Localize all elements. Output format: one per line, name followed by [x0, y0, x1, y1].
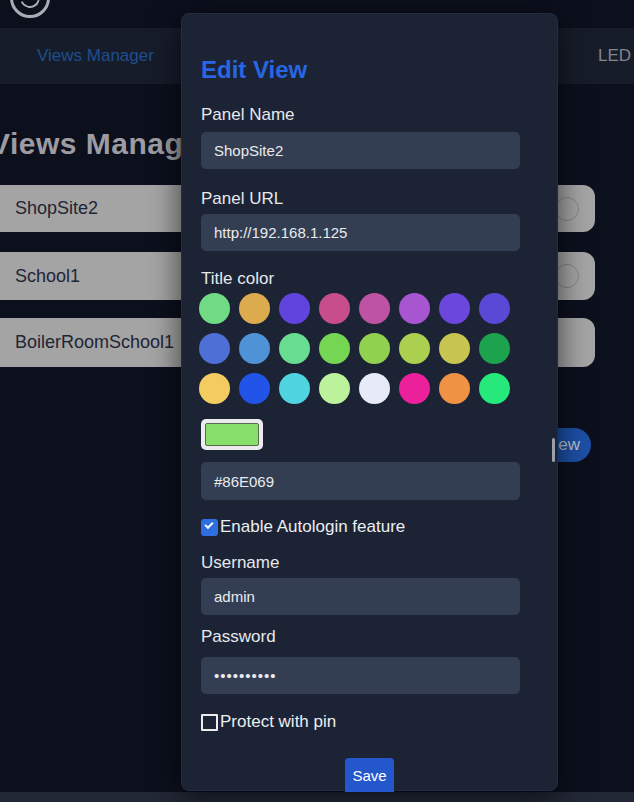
panel-url-input[interactable]: [201, 214, 520, 251]
title-color-label: Title color: [201, 269, 274, 289]
protect-pin-row: Protect with pin: [201, 712, 336, 732]
selected-color-preview-fill: [205, 423, 259, 446]
password-input[interactable]: [201, 657, 520, 694]
nav-item-views-manager[interactable]: Views Manager: [37, 46, 154, 66]
color-swatch[interactable]: [359, 333, 390, 364]
color-swatch[interactable]: [479, 333, 510, 364]
color-swatch[interactable]: [199, 333, 230, 364]
color-swatch[interactable]: [279, 333, 310, 364]
autologin-row: Enable Autologin feature: [201, 517, 405, 537]
username-label: Username: [201, 553, 279, 573]
color-hex-input[interactable]: [201, 462, 520, 500]
color-swatch[interactable]: [279, 293, 310, 324]
color-swatch[interactable]: [399, 293, 430, 324]
autologin-label: Enable Autologin feature: [220, 517, 405, 537]
panel-url-label: Panel URL: [201, 189, 283, 209]
panel-name-label: Panel Name: [201, 105, 295, 125]
color-swatch[interactable]: [359, 293, 390, 324]
color-swatch[interactable]: [199, 293, 230, 324]
view-row-label: ShopSite2: [15, 198, 98, 219]
color-swatch-grid: [199, 293, 518, 404]
modal-scrollbar-thumb[interactable]: [552, 438, 555, 462]
autologin-checkbox[interactable]: [201, 519, 218, 536]
color-swatch[interactable]: [439, 373, 470, 404]
protect-pin-checkbox[interactable]: [201, 714, 218, 731]
save-button[interactable]: Save: [345, 758, 394, 792]
color-swatch[interactable]: [479, 373, 510, 404]
app-logo-icon: [10, 0, 50, 18]
color-swatch[interactable]: [399, 333, 430, 364]
panel-name-input[interactable]: [201, 132, 520, 169]
protect-pin-label: Protect with pin: [220, 712, 336, 732]
color-swatch[interactable]: [439, 293, 470, 324]
toggle-knob-icon[interactable]: [555, 264, 579, 288]
dialog-title: Edit View: [201, 56, 307, 84]
username-input[interactable]: [201, 578, 520, 615]
color-swatch[interactable]: [239, 333, 270, 364]
view-row-label: BoilerRoomSchool1: [15, 332, 174, 353]
color-swatch[interactable]: [279, 373, 310, 404]
color-swatch[interactable]: [439, 333, 470, 364]
nav-item-led[interactable]: LED: [598, 46, 631, 66]
color-swatch[interactable]: [199, 373, 230, 404]
color-swatch[interactable]: [239, 373, 270, 404]
toggle-knob-icon[interactable]: [555, 197, 579, 221]
footer-strip: [0, 792, 634, 802]
password-label: Password: [201, 627, 276, 647]
edit-view-dialog: Edit View Panel Name Panel URL Title col…: [181, 13, 558, 791]
color-swatch[interactable]: [319, 293, 350, 324]
color-swatch[interactable]: [399, 373, 430, 404]
color-swatch[interactable]: [359, 373, 390, 404]
color-swatch[interactable]: [239, 293, 270, 324]
color-swatch[interactable]: [479, 293, 510, 324]
view-row-label: School1: [15, 266, 80, 287]
color-swatch[interactable]: [319, 333, 350, 364]
add-view-button-label: iew: [554, 428, 580, 462]
selected-color-picker[interactable]: [201, 419, 263, 450]
checkmark-icon: [204, 519, 213, 528]
color-swatch[interactable]: [319, 373, 350, 404]
